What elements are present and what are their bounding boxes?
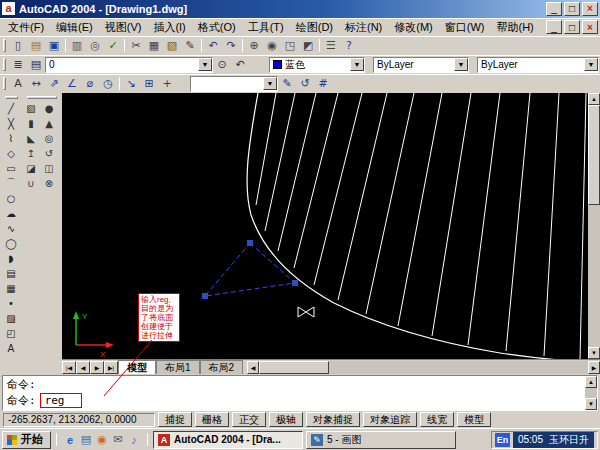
close-button[interactable]: × [582,2,598,16]
scroll-down-icon[interactable]: ▼ [588,347,600,359]
make-block-icon[interactable]: ▦ [2,281,20,296]
extrude-icon[interactable]: ↥ [22,146,40,161]
tab-layout2[interactable]: 布局2 [200,360,244,374]
construction-line-icon[interactable]: ╳ [2,116,20,131]
task-paint[interactable]: ✎ 5 - 画图 [306,431,456,449]
print-icon[interactable]: ▥ [68,37,86,54]
drawing-canvas[interactable]: X Y 输入reg, 目的是为 了将底面 创建便于 进行拉伸 [62,93,588,359]
horizontal-scrollbar[interactable]: ◀ ▶ [247,361,600,374]
torus-icon[interactable]: ◎ [40,131,58,146]
osnap-toggle[interactable]: 对象捕捉 [306,412,360,427]
revcloud-icon[interactable]: ☁ [2,206,20,221]
undo-icon[interactable]: ↶ [204,37,222,54]
chevron-down-icon[interactable]: ▼ [263,77,277,90]
menu-dimension[interactable]: 标注(N) [339,19,388,36]
copy-icon[interactable]: ▦ [145,37,163,54]
arc-icon[interactable]: ⌒ [2,176,20,191]
lineweight-dropdown[interactable]: ByLayer ▼ [477,57,599,73]
menu-format[interactable]: 格式(O) [192,19,242,36]
tab-prev-icon[interactable]: ◀ [76,361,90,374]
toolbar-grip[interactable] [5,96,18,99]
vertical-scrollbar[interactable]: ▲ ▼ [588,93,600,359]
dim-style-dropdown[interactable]: ▼ [190,76,278,92]
box-icon[interactable]: ▧ [22,101,40,116]
slice-icon[interactable]: ◪ [22,161,40,176]
tab-last-icon[interactable]: ▶| [104,361,118,374]
section-icon[interactable]: ◫ [40,161,58,176]
maximize-button[interactable]: □ [564,2,580,16]
pan-icon[interactable]: ⊕ [245,37,263,54]
toolbar-grip[interactable] [27,96,57,99]
subtract-icon[interactable]: ⊗ [40,176,58,191]
color-dropdown[interactable]: 蓝色 ▼ [269,57,365,73]
properties-icon[interactable]: ☰ [322,37,340,54]
open-folder-icon[interactable]: ▤ [27,37,45,54]
command-input-line[interactable]: 命令:reg [7,393,583,409]
tab-layout1[interactable]: 布局1 [156,360,200,374]
media-player-icon[interactable]: ◉ [94,432,110,448]
chevron-down-icon[interactable]: ▼ [454,58,468,71]
chevron-down-icon[interactable]: ▼ [198,58,212,71]
cylinder-icon[interactable]: ▮ [22,116,40,131]
menu-view[interactable]: 视图(V) [99,19,148,36]
spell-check-icon[interactable]: ✓ [104,37,122,54]
rectangle-icon[interactable]: ▭ [2,161,20,176]
save-icon[interactable]: ▣ [45,37,63,54]
dim-radius-icon[interactable]: ◷ [99,75,117,92]
layer-previous-icon[interactable]: ↶ [231,56,249,73]
print-preview-icon[interactable]: ◎ [86,37,104,54]
dim-style-icon[interactable]: # [314,75,332,92]
mail-icon[interactable]: ✉ [110,432,126,448]
layer-properties-manager-icon[interactable]: ≣ [9,56,27,73]
start-button[interactable]: 开始 [2,431,51,449]
zoom-realtime-icon[interactable]: ◉ [263,37,281,54]
dim-aligned-icon[interactable]: ⇗ [45,75,63,92]
tab-next-icon[interactable]: ▶ [90,361,104,374]
chevron-down-icon[interactable]: ▼ [584,58,598,71]
text-style-icon[interactable]: A [9,75,27,92]
tab-first-icon[interactable]: |◀ [62,361,76,374]
layer-dropdown[interactable]: 0 ▼ [45,57,213,73]
minimize-button[interactable]: _ [546,2,562,16]
quick-leader-icon[interactable]: ↘ [122,75,140,92]
doc-restore-button[interactable]: □ [564,20,580,34]
menu-window[interactable]: 窗口(W) [439,19,491,36]
menu-tools[interactable]: 工具(T) [242,19,290,36]
polar-toggle[interactable]: 极轴 [269,412,303,427]
command-scrollbar[interactable]: ▲ ▼ [585,376,597,410]
circle-icon[interactable]: ○ [2,191,20,206]
paste-icon[interactable]: ▧ [163,37,181,54]
dim-edit-icon[interactable]: ✎ [278,75,296,92]
scroll-up-icon[interactable]: ▲ [585,376,597,388]
messenger-icon[interactable]: ♪ [126,432,142,448]
new-file-icon[interactable]: ▯ [9,37,27,54]
toolbar-grip[interactable] [3,39,6,52]
task-autocad[interactable]: A AutoCAD 2004 - [Dra... [153,431,303,449]
ellipse-arc-icon[interactable]: ◗ [2,251,20,266]
dim-diameter-icon[interactable]: ⌀ [81,75,99,92]
point-icon[interactable]: • [2,296,20,311]
scroll-right-icon[interactable]: ▶ [588,361,600,374]
grid-toggle[interactable]: 栅格 [195,412,229,427]
union-icon[interactable]: ∪ [22,176,40,191]
command-window[interactable]: 命令: 命令:reg ▲ ▼ [2,375,598,411]
lineweight-toggle[interactable]: 线宽 [420,412,454,427]
make-object-layer-current-icon[interactable]: ⊙ [213,56,231,73]
toolbar-grip[interactable] [3,58,6,71]
scroll-up-icon[interactable]: ▲ [588,93,600,105]
spline-icon[interactable]: ∿ [2,221,20,236]
dim-angular-icon[interactable]: ∠ [63,75,81,92]
tolerance-icon[interactable]: ⊞ [140,75,158,92]
menu-insert[interactable]: 插入(I) [147,19,191,36]
ime-indicator[interactable]: En [495,433,510,447]
model-paper-toggle[interactable]: 模型 [457,412,491,427]
menu-draw[interactable]: 绘图(D) [290,19,339,36]
match-properties-icon[interactable]: ✎ [181,37,199,54]
region-icon[interactable]: ◰ [2,326,20,341]
doc-minimize-button[interactable]: _ [546,20,562,34]
scroll-left-icon[interactable]: ◀ [247,361,259,374]
chevron-down-icon[interactable]: ▼ [350,58,364,71]
line-icon[interactable]: ╱ [2,101,20,116]
ortho-toggle[interactable]: 正交 [232,412,266,427]
horizontal-scrollbar-thumb[interactable] [259,361,329,374]
